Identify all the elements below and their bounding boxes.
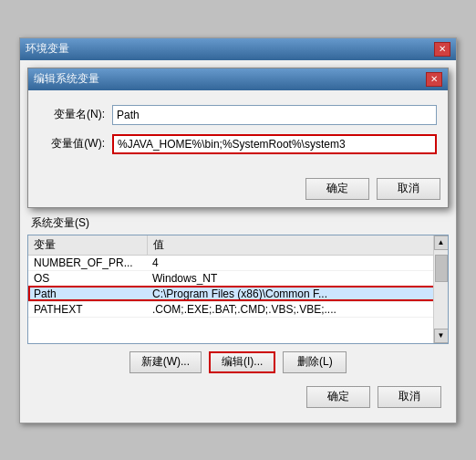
table-cell-name: NUMBER_OF_PR... — [28, 255, 147, 270]
table-cell-name: PATHEXT — [28, 301, 147, 317]
col-header-name: 变量 — [28, 235, 147, 256]
varvalue-row: 变量值(W): — [39, 134, 437, 154]
scroll-up-button[interactable]: ▲ — [434, 235, 449, 250]
table-cell-value: C:\Program Files (x86)\Common F... — [147, 286, 448, 301]
inner-close-button[interactable]: ✕ — [426, 72, 442, 87]
outer-titlebar: 环境变量 ✕ — [20, 38, 456, 60]
outer-window-title: 环境变量 — [26, 41, 69, 57]
table-cell-value: 4 — [147, 255, 448, 270]
edit-variable-button[interactable]: 编辑(I)... — [209, 351, 275, 373]
outer-cancel-button[interactable]: 取消 — [378, 386, 441, 408]
delete-variable-button[interactable]: 删除(L) — [283, 351, 347, 373]
inner-confirm-button[interactable]: 确定 — [305, 178, 369, 200]
outer-bottom-buttons: 确定 取消 — [27, 381, 449, 415]
varvalue-label: 变量值(W): — [39, 136, 112, 152]
variables-table-container: 变量 值 NUMBER_OF_PR...4OSWindows_NTPathC:\… — [27, 235, 449, 344]
variables-table: 变量 值 NUMBER_OF_PR...4OSWindows_NTPathC:\… — [28, 235, 448, 318]
scroll-thumb[interactable] — [435, 255, 448, 282]
table-row[interactable]: PATHEXT.COM;.EXE;.BAT;.CMD;.VBS;.VBE;...… — [28, 301, 448, 317]
scrollbar[interactable]: ▲ ▼ — [433, 235, 448, 343]
outer-close-button[interactable]: ✕ — [434, 42, 450, 57]
table-cell-name: Path — [28, 286, 147, 301]
inner-titlebar: 编辑系统变量 ✕ — [28, 68, 448, 90]
inner-window: 编辑系统变量 ✕ 变量名(N): 变量值(W): 确定 取消 — [27, 68, 449, 208]
table-cell-name: OS — [28, 270, 147, 286]
table-cell-value: Windows_NT — [147, 270, 448, 286]
table-row[interactable]: PathC:\Program Files (x86)\Common F... — [28, 286, 448, 301]
table-row[interactable]: OSWindows_NT — [28, 270, 448, 286]
outer-content: 编辑系统变量 ✕ 变量名(N): 变量值(W): 确定 取消 — [20, 60, 456, 423]
system-vars-label: 系统变量(S) — [27, 215, 449, 231]
inner-form: 变量名(N): 变量值(W): — [28, 90, 448, 174]
scroll-track — [434, 250, 448, 329]
vars-action-buttons: 新建(W)... 编辑(I)... 删除(L) — [27, 344, 449, 381]
inner-window-title: 编辑系统变量 — [34, 71, 99, 87]
outer-window: 环境变量 ✕ 编辑系统变量 ✕ 变量名(N): 变量值(W): — [19, 37, 457, 423]
varname-input[interactable] — [112, 105, 437, 125]
inner-button-row: 确定 取消 — [28, 174, 448, 207]
table-row[interactable]: NUMBER_OF_PR...4 — [28, 255, 448, 270]
col-header-value: 值 — [147, 235, 448, 256]
inner-cancel-button[interactable]: 取消 — [377, 178, 440, 200]
variables-table-scroll[interactable]: 变量 值 NUMBER_OF_PR...4OSWindows_NTPathC:\… — [27, 235, 449, 344]
varvalue-input[interactable] — [112, 134, 437, 154]
table-cell-value: .COM;.EXE;.BAT;.CMD;.VBS;.VBE;.... — [147, 301, 448, 317]
scroll-down-button[interactable]: ▼ — [434, 329, 449, 343]
outer-confirm-button[interactable]: 确定 — [306, 386, 370, 408]
varname-row: 变量名(N): — [39, 105, 437, 125]
table-header-row: 变量 值 — [28, 235, 448, 256]
varname-label: 变量名(N): — [39, 107, 112, 122]
new-variable-button[interactable]: 新建(W)... — [129, 351, 202, 373]
